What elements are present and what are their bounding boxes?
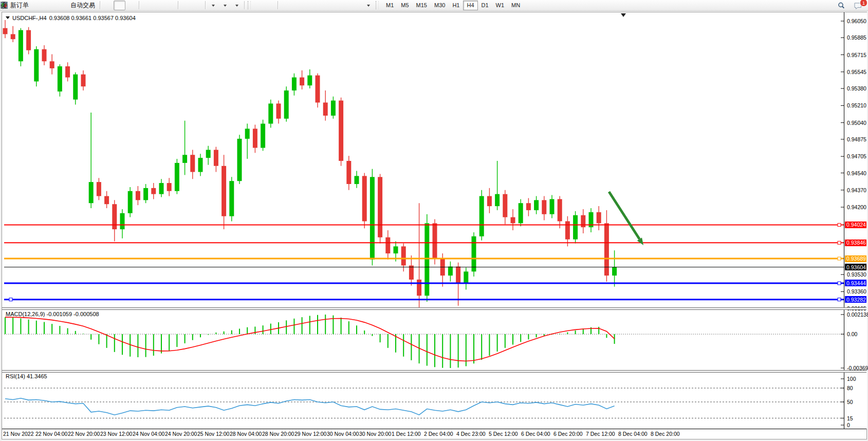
time-axis-label: 8 Dec 20:00: [651, 431, 680, 437]
time-axis-label: 2 Dec 04:00: [424, 431, 453, 437]
rsi-panel[interactable]: [2, 372, 844, 429]
chart-menu-arrow-icon[interactable]: [6, 16, 10, 21]
main-toolbar: 新订单 自动交易: [0, 0, 868, 11]
price-tick-label: 0.94875: [847, 136, 866, 142]
price-level-badge: 0.93604: [845, 264, 866, 270]
line-handle[interactable]: [838, 223, 841, 226]
text-label-button[interactable]: T: [350, 1, 362, 10]
time-axis-label: 22 Nov 04:00: [35, 431, 67, 437]
arrows-button[interactable]: [362, 1, 374, 10]
timeframe-button-m1[interactable]: M1: [382, 1, 397, 10]
autotrading-label: 自动交易: [70, 1, 95, 10]
line-handle[interactable]: [838, 241, 841, 244]
line-handle[interactable]: [838, 282, 841, 285]
zoom-in-button[interactable]: [141, 1, 153, 10]
timeframe-button-m30[interactable]: M30: [431, 1, 449, 10]
toolbar-separator: [139, 1, 139, 9]
main-price-panel[interactable]: [2, 12, 844, 307]
time-axis-label: 22 Nov 20:00: [68, 431, 100, 437]
macd-histogram: [5, 315, 615, 368]
time-axis-label: 24 Nov 20:00: [165, 431, 197, 437]
line-handle[interactable]: [9, 298, 12, 301]
macd-tick-label: 0.00: [847, 331, 857, 337]
equidistant-channel-button[interactable]: E: [315, 1, 327, 10]
arrows-icon: [0, 1, 8, 9]
time-axis-label: 6 Dec 20:00: [553, 431, 583, 437]
price-level-badge: 0.93689: [845, 255, 866, 262]
line-chart-button[interactable]: [125, 1, 137, 10]
price-tick-label: 0.94540: [847, 170, 866, 176]
timeframe-button-d1[interactable]: D1: [478, 1, 492, 10]
chart-shift-button[interactable]: [192, 1, 204, 10]
tile-windows-button[interactable]: [164, 1, 176, 10]
chart-ohlc-values: 0.93608 0.93661 0.93567 0.93604: [49, 15, 136, 21]
vertical-line-button[interactable]: [280, 1, 291, 10]
indicators-button[interactable]: [207, 1, 219, 10]
auto-scroll-button[interactable]: [180, 1, 192, 10]
signals-button[interactable]: [56, 1, 67, 10]
templates-button[interactable]: [231, 1, 243, 10]
toolbar-grip[interactable]: [248, 1, 251, 9]
horizontal-line-button[interactable]: [291, 1, 303, 10]
time-axis-label: 8 Dec 04:00: [618, 431, 648, 437]
price-tick-label: 0.93530: [847, 271, 866, 278]
rsi-indicator-label: RSI(14) 41.3465: [6, 373, 47, 379]
rsi-tick-label: 100: [847, 376, 856, 382]
search-button[interactable]: [837, 1, 849, 10]
mt4-terminal: 新订单 自动交易: [0, 0, 868, 441]
notifications-button[interactable]: 1: [853, 1, 865, 10]
macd-tick-label: 0.002138: [847, 311, 868, 318]
timeframe-button-m15[interactable]: M15: [413, 1, 431, 10]
toolbar-separator: [205, 1, 206, 9]
rsi-tick-label: 50: [847, 399, 853, 405]
timeframe-button-h4[interactable]: H4: [463, 1, 477, 10]
templates-dropdown-caret: [235, 5, 238, 8]
time-axis-label: 1 Dec 12:00: [392, 431, 421, 437]
toolbar-separator: [244, 1, 245, 9]
price-level-badge: 0.93282: [845, 296, 866, 303]
chart-window-usdchf[interactable]: USDCHF-,H4 0.93608 0.93661 0.93567 0.936…: [2, 12, 867, 439]
price-tick-label: 0.95040: [847, 120, 866, 126]
macd-panel[interactable]: [2, 309, 844, 370]
periods-button[interactable]: [219, 1, 231, 10]
trendline-button[interactable]: [303, 1, 315, 10]
price-tick-label: 0.94200: [847, 204, 866, 210]
rsi-tick-label: 0: [847, 422, 850, 428]
price-level-badge: 0.93846: [845, 240, 866, 246]
timeframe-button-mn[interactable]: MN: [508, 1, 524, 10]
time-axis-label: 4 Dec 23:00: [456, 431, 486, 437]
time-axis-label: 7 Dec 12:00: [586, 431, 615, 437]
profile-button[interactable]: [44, 1, 56, 10]
price-axis[interactable]: 0.960500.958850.957150.955450.953800.952…: [844, 12, 867, 429]
rsi-tick-label: 15: [847, 415, 853, 421]
trend-arrow-object[interactable]: [609, 192, 639, 239]
chart-title-bar: USDCHF-,H4 0.93608 0.93661 0.93567 0.936…: [6, 14, 136, 21]
timeframe-button-h1[interactable]: H1: [449, 1, 463, 10]
line-handle[interactable]: [838, 298, 841, 301]
text-button[interactable]: A: [339, 1, 350, 10]
toolbar-grip[interactable]: [376, 1, 379, 9]
price-tick-label: 0.95715: [847, 52, 866, 58]
arrows-dropdown-caret: [367, 5, 370, 8]
chart-shift-marker-icon[interactable]: [621, 13, 626, 17]
fibonacci-button[interactable]: F: [327, 1, 339, 10]
timeframe-button-w1[interactable]: W1: [492, 1, 508, 10]
panel-splitter[interactable]: [2, 307, 866, 310]
time-axis[interactable]: 21 Nov 202222 Nov 04:0022 Nov 20:0023 No…: [2, 429, 866, 439]
autotrading-button[interactable]: 自动交易: [67, 1, 98, 10]
zoom-out-button[interactable]: [153, 1, 164, 10]
price-tick-label: 0.95210: [847, 102, 866, 108]
new-order-button[interactable]: 新订单: [7, 1, 32, 10]
crosshair-button[interactable]: [264, 1, 276, 10]
time-axis-label: 25 Nov 12:00: [197, 431, 229, 437]
time-axis-label: 29 Nov 12:00: [294, 431, 326, 437]
bar-chart-button[interactable]: [102, 1, 114, 10]
news-button[interactable]: [32, 1, 44, 10]
line-handle[interactable]: [838, 257, 841, 260]
panel-splitter[interactable]: [2, 370, 866, 373]
cursor-button[interactable]: [252, 1, 264, 10]
price-tick-label: 0.94370: [847, 187, 866, 193]
timeframe-button-m5[interactable]: M5: [397, 1, 412, 10]
candlestick-chart-button[interactable]: [114, 1, 125, 10]
time-axis-label: 6 Dec 04:00: [521, 431, 550, 437]
